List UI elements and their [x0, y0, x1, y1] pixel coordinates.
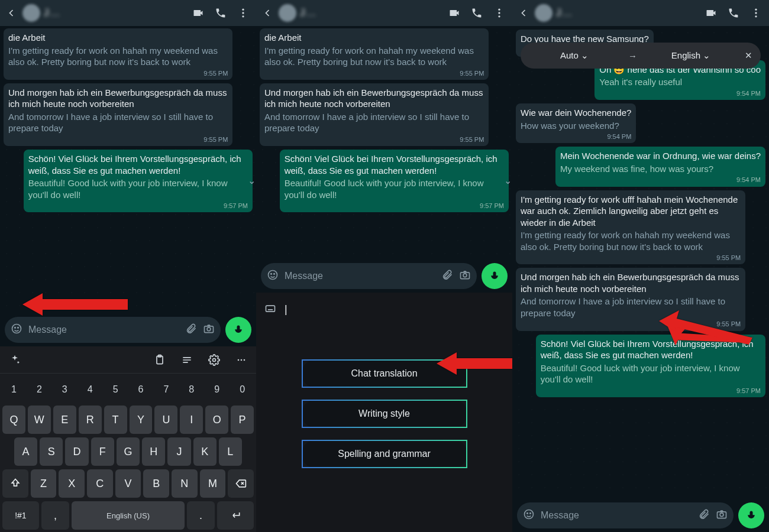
back-icon[interactable]	[4, 5, 19, 21]
key-8[interactable]: 8	[180, 377, 203, 402]
avatar[interactable]	[279, 4, 296, 22]
ai-sparkle-icon[interactable]	[6, 351, 24, 369]
received-message[interactable]: Und morgen hab ich ein Bewerbungsgespräc…	[260, 83, 489, 146]
symbols-key[interactable]: !#1	[2, 501, 39, 530]
camera-icon[interactable]	[716, 508, 728, 523]
clipboard-icon[interactable]	[151, 351, 169, 369]
key-4[interactable]: 4	[79, 377, 102, 402]
emoji-icon[interactable]	[267, 269, 279, 283]
key-f[interactable]: F	[91, 437, 114, 466]
message-input-pill[interactable]	[5, 317, 221, 343]
key-l[interactable]: L	[219, 437, 242, 466]
emoji-icon[interactable]	[11, 323, 22, 337]
ai-option-spelling-grammar[interactable]: Spelling and grammar	[302, 440, 467, 468]
contact-name[interactable]: J…	[300, 7, 441, 19]
camera-icon[interactable]	[203, 323, 215, 337]
video-call-icon[interactable]	[702, 4, 720, 22]
key-y[interactable]: Y	[130, 406, 153, 434]
key-0[interactable]: 0	[231, 377, 254, 402]
chat-area[interactable]: Do you have the new Samsung?9:54 PMOh 😄 …	[512, 26, 769, 499]
key-i[interactable]: I	[180, 406, 203, 434]
received-message[interactable]: die ArbeitI'm getting ready for work on …	[4, 28, 232, 80]
back-icon[interactable]	[516, 5, 531, 21]
text-icon[interactable]	[178, 351, 196, 369]
avatar[interactable]	[535, 4, 552, 22]
back-icon[interactable]	[260, 5, 275, 21]
voice-call-icon[interactable]	[467, 4, 486, 22]
sent-message[interactable]: Schön! Viel Glück bei Ihrem Vorstellungs…	[280, 150, 509, 212]
close-icon[interactable]: ✕	[745, 50, 752, 61]
key-z[interactable]: Z	[31, 469, 57, 498]
key-x[interactable]: X	[59, 469, 85, 498]
key-h[interactable]: H	[142, 437, 165, 466]
translate-from[interactable]: Auto ⌄	[529, 50, 620, 61]
message-input[interactable]	[285, 271, 435, 281]
key-o[interactable]: O	[205, 406, 228, 434]
enter-key[interactable]	[217, 501, 254, 530]
video-call-icon[interactable]	[189, 4, 208, 22]
attach-icon[interactable]	[698, 508, 710, 523]
key-p[interactable]: P	[231, 406, 254, 434]
chevron-down-icon[interactable]: ⌄⌄	[504, 179, 512, 183]
shift-key[interactable]	[2, 469, 28, 498]
sent-message[interactable]: Mein Wochenende war in Ordnung, wie war …	[555, 147, 765, 186]
key-q[interactable]: Q	[2, 406, 25, 434]
translate-to[interactable]: English ⌄	[645, 50, 736, 61]
contact-name[interactable]: J…	[556, 7, 698, 19]
key-n[interactable]: N	[172, 469, 198, 498]
more-icon[interactable]	[490, 4, 509, 22]
received-message[interactable]: die ArbeitI'm getting ready for work on …	[260, 28, 489, 80]
key-6[interactable]: 6	[130, 377, 153, 402]
voice-call-icon[interactable]	[724, 4, 743, 22]
key-9[interactable]: 9	[205, 377, 228, 402]
key-1[interactable]: 1	[2, 377, 25, 402]
message-input[interactable]	[541, 510, 692, 521]
sent-message[interactable]: Schön! Viel Glück bei Ihrem Vorstellungs…	[24, 150, 253, 212]
more-icon[interactable]	[234, 4, 253, 22]
keyboard-collapse-icon[interactable]	[264, 303, 276, 318]
camera-icon[interactable]	[459, 269, 471, 283]
key-s[interactable]: S	[40, 437, 63, 466]
video-call-icon[interactable]	[445, 4, 464, 22]
backspace-key[interactable]	[228, 469, 254, 498]
key-a[interactable]: A	[14, 437, 37, 466]
settings-gear-icon[interactable]	[205, 351, 223, 369]
message-input[interactable]	[28, 325, 179, 335]
space-key[interactable]: English (US)	[72, 501, 184, 530]
emoji-icon[interactable]	[523, 508, 535, 523]
more-icon[interactable]	[747, 4, 765, 22]
received-message[interactable]: Und morgen hab ich ein Bewerbungsgespräc…	[4, 83, 232, 146]
key-d[interactable]: D	[65, 437, 88, 466]
key-2[interactable]: 2	[28, 377, 51, 402]
mic-button[interactable]	[482, 263, 508, 289]
key-3[interactable]: 3	[53, 377, 76, 402]
key-v[interactable]: V	[115, 469, 141, 498]
key-r[interactable]: R	[79, 406, 102, 434]
key-c[interactable]: C	[87, 469, 113, 498]
chat-area[interactable]: die ArbeitI'm getting ready for work on …	[256, 26, 512, 259]
received-message[interactable]: I'm getting ready for work ufff hahah me…	[516, 190, 745, 265]
voice-call-icon[interactable]	[211, 4, 230, 22]
period-key[interactable]: .	[187, 501, 215, 530]
key-7[interactable]: 7	[154, 377, 177, 402]
comma-key[interactable]: ,	[41, 501, 70, 530]
key-u[interactable]: U	[154, 406, 177, 434]
avatar[interactable]	[22, 4, 40, 22]
key-g[interactable]: G	[117, 437, 140, 466]
mic-button[interactable]	[738, 502, 764, 528]
key-5[interactable]: 5	[104, 377, 127, 402]
translation-bar[interactable]: Auto ⌄ → English ⌄ ✕	[521, 43, 761, 69]
mic-button[interactable]	[225, 317, 251, 343]
key-t[interactable]: T	[104, 406, 127, 434]
kb-more-icon[interactable]	[232, 351, 250, 369]
key-w[interactable]: W	[28, 406, 51, 434]
key-m[interactable]: M	[200, 469, 226, 498]
chat-area[interactable]: die ArbeitI'm getting ready for work on …	[0, 26, 256, 313]
ai-option-writing-style[interactable]: Writing style	[302, 400, 467, 428]
key-k[interactable]: K	[193, 437, 217, 466]
contact-name[interactable]: J…	[44, 7, 185, 19]
key-e[interactable]: E	[53, 406, 76, 434]
received-message[interactable]: Wie war dein Wochenende?How was your wee…	[516, 103, 636, 143]
attach-icon[interactable]	[185, 323, 197, 337]
message-input-pill[interactable]	[517, 502, 734, 528]
